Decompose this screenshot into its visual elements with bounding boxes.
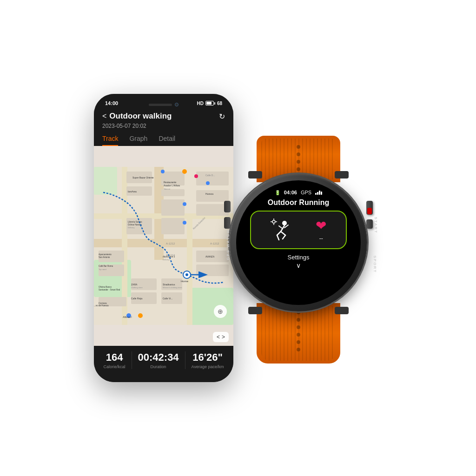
svg-point-34 (206, 181, 210, 185)
svg-text:Oficina Banco: Oficina Banco (99, 286, 112, 288)
phone-notch (140, 99, 187, 110)
watch-strap-bottom (257, 303, 340, 364)
stat-calorie-value: 164 (104, 351, 126, 364)
watch-heart-rate: ❤ -- (316, 218, 326, 242)
heart-value: -- (319, 235, 323, 242)
svg-rect-17 (161, 199, 185, 216)
svg-rect-12 (161, 189, 185, 196)
svg-rect-18 (161, 218, 185, 234)
watch-lug-tl (248, 171, 262, 178)
watch-lug-br (335, 307, 349, 314)
tab-track[interactable]: Track (102, 135, 118, 146)
watch-button-left-1[interactable] (224, 201, 231, 212)
svg-point-37 (182, 169, 187, 174)
svg-point-33 (161, 170, 165, 173)
svg-point-35 (183, 202, 186, 206)
watch-running-icon (271, 218, 294, 242)
stat-duration-value: 00:42:34 (138, 351, 179, 364)
svg-text:Delivery: Delivery (163, 258, 169, 261)
stat-divider-1 (132, 351, 132, 369)
svg-text:Asador L'Alifara: Asador L'Alifara (164, 184, 180, 187)
strap-hole-2 (297, 152, 300, 156)
strap-hole-10 (297, 348, 300, 351)
watch-body: START SPORT GPS WATCH 🔋 04:06 GPS (233, 178, 364, 308)
phone-screen: 14:00 HD 68 (94, 94, 233, 382)
watch-label-sport: SPORT (373, 256, 377, 273)
svg-text:Calle Vi...: Calle Vi... (163, 297, 172, 300)
watch-button-red[interactable] (367, 208, 372, 214)
svg-text:San Antonio: San Antonio (99, 256, 110, 258)
phone-map: A-1212 A-1212 A-1212 Al (94, 146, 233, 346)
svg-rect-8 (187, 213, 192, 325)
svg-rect-3 (94, 167, 117, 195)
svg-point-36 (183, 221, 186, 225)
svg-point-38 (138, 313, 143, 318)
watch-time: 04:06 (284, 190, 297, 195)
svg-text:bonArea: bonArea (128, 190, 137, 193)
svg-text:AVANZA: AVANZA (205, 255, 215, 258)
stat-pace-value: 16'26" (192, 351, 224, 364)
watch-button-right-2[interactable] (366, 219, 373, 229)
tab-graph[interactable]: Graph (129, 135, 147, 146)
svg-text:Delivery: Delivery (128, 226, 134, 229)
svg-text:Aparcamiento: Aparcamiento (99, 253, 112, 256)
tab-detail[interactable]: Detail (159, 135, 175, 146)
battery-icon (205, 101, 215, 106)
svg-point-68 (185, 273, 188, 276)
svg-point-39 (194, 174, 198, 178)
svg-text:Santander - Smart Red: Santander - Smart Red (99, 289, 120, 291)
stat-calorie-label: Calorie/kcal (104, 364, 126, 369)
svg-line-84 (277, 231, 281, 235)
watch-gps-label: GPS (301, 190, 311, 195)
strap-hole-4 (297, 167, 300, 171)
watch-label-start: START (373, 217, 377, 233)
back-chevron-icon[interactable]: < (102, 112, 106, 120)
svg-line-81 (279, 226, 283, 229)
phone-title: Outdoor walking (109, 112, 172, 121)
watch-activity-title: Outdoor Running (268, 198, 329, 207)
phone-stats: 164 Calorie/kcal 00:42:34 Duration 16'26… (94, 346, 233, 382)
phone-battery-level: 68 (217, 101, 222, 106)
scene: 14:00 HD 68 (17, 24, 459, 452)
phone-camera (175, 103, 178, 106)
svg-line-85 (277, 235, 279, 240)
stat-divider-2 (185, 351, 185, 369)
strap-hole-6 (297, 318, 300, 322)
svg-text:Takeout: Takeout (164, 188, 171, 190)
stat-duration-label: Duration (138, 364, 179, 369)
strap-hole-9 (297, 340, 300, 344)
watch-battery-icon: 🔋 (275, 190, 280, 195)
svg-text:Huesca: Huesca (205, 192, 213, 195)
watch-settings-button[interactable]: Settings (288, 254, 310, 261)
watch-lug-tr (335, 171, 349, 178)
svg-text:Calle D...: Calle D... (205, 174, 215, 177)
phone-signal: HD (197, 101, 203, 106)
watch-button-left-2[interactable] (224, 217, 231, 229)
svg-text:Correos: Correos (99, 302, 107, 304)
stat-calorie: 164 Calorie/kcal (104, 351, 126, 369)
strap-hole-7 (297, 325, 300, 329)
svg-text:Restaurante: Restaurante (164, 181, 176, 184)
phone-status-right: HD 68 (197, 101, 222, 106)
phone-header: < Outdoor walking ↻ 2023-05-07 20:02 (94, 108, 233, 132)
strap-hole-3 (297, 160, 300, 164)
refresh-icon[interactable]: ↻ (219, 112, 225, 121)
svg-text:Women's clothing store: Women's clothing store (163, 286, 182, 289)
stat-pace: 16'26" Average pace/km (192, 351, 224, 369)
svg-text:Super Bazar Oriente: Super Bazar Oriente (132, 176, 154, 179)
svg-text:Clothing store: Clothing store (131, 286, 143, 289)
strap-hole-8 (297, 333, 300, 337)
stat-pace-label: Average pace/km (192, 364, 224, 369)
phone-back-row: < Outdoor walking (102, 112, 172, 121)
watch-chevron-down-icon[interactable]: ∨ (296, 262, 301, 269)
phone-speaker (149, 104, 172, 106)
svg-text:...no de Huesca: ...no de Huesca (94, 304, 109, 307)
phone: 14:00 HD 68 (94, 94, 233, 382)
phone-time: 14:00 (105, 100, 118, 106)
watch-screen: 🔋 04:06 GPS Outdoor Running (236, 180, 361, 305)
svg-text:Alfonso I: Alfonso I (123, 316, 132, 318)
heart-icon: ❤ (316, 218, 326, 233)
svg-text:A-1212: A-1212 (166, 242, 175, 245)
svg-text:Ochoa Huesca: Ochoa Huesca (128, 224, 142, 226)
watch-activity-card: ❤ -- (250, 211, 347, 249)
